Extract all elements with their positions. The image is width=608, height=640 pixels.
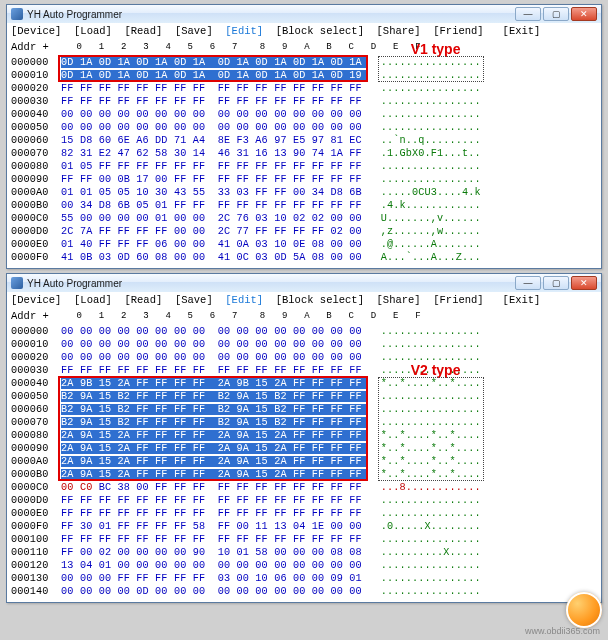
hex-row[interactable]: 000050 00 00 00 00 00 00 00 00 00 00 00 … <box>11 121 597 134</box>
menu-read[interactable]: [Read] <box>124 294 162 306</box>
hex-row[interactable]: 0000D0 FF FF FF FF FF FF FF FF FF FF FF … <box>11 494 597 507</box>
hex-row[interactable]: 000000 0D 1A 0D 1A 0D 1A 0D 1A 0D 1A 0D … <box>11 56 597 69</box>
hex-bytes[interactable]: B2 9A 15 B2 FF FF FF FF B2 9A 15 B2 FF F… <box>61 404 368 415</box>
hex-bytes[interactable]: FF 00 02 00 00 00 00 90 10 01 58 00 00 0… <box>61 547 368 558</box>
hex-row[interactable]: 000140 00 00 00 00 0D 00 00 00 00 00 00 … <box>11 585 597 598</box>
menu-share[interactable]: [Share] <box>377 25 421 37</box>
hex-row[interactable]: 0000D0 2C 7A FF FF FF FF 00 00 2C 77 FF … <box>11 225 597 238</box>
hex-bytes[interactable]: 2A 9A 15 2A FF FF FF FF 2A 9A 15 2A FF F… <box>61 430 368 441</box>
minimize-button[interactable]: — <box>515 276 541 290</box>
hex-bytes[interactable]: 00 34 D8 6B 05 01 FF FF FF FF FF FF FF F… <box>61 200 368 211</box>
hex-row[interactable]: 000070 B2 9A 15 B2 FF FF FF FF B2 9A 15 … <box>11 416 597 429</box>
close-button[interactable]: ✕ <box>571 7 597 21</box>
hex-row[interactable]: 000040 2A 9B 15 2A FF FF FF FF 2A 9B 15 … <box>11 377 597 390</box>
hex-bytes[interactable]: 01 05 FF FF FF FF FF FF FF FF FF FF FF F… <box>61 161 368 172</box>
hex-row[interactable]: 000090 FF FF 00 0B 17 00 FF FF FF FF FF … <box>11 173 597 186</box>
menu-load[interactable]: [Load] <box>74 25 112 37</box>
hex-row[interactable]: 000040 00 00 00 00 00 00 00 00 00 00 00 … <box>11 108 597 121</box>
hex-row[interactable]: 000100 FF FF FF FF FF FF FF FF FF FF FF … <box>11 533 597 546</box>
hex-bytes[interactable]: 00 00 00 00 00 00 00 00 00 00 00 00 00 0… <box>61 326 368 337</box>
hex-row[interactable]: 0000C0 00 C0 BC 38 00 FF FF FF FF FF FF … <box>11 481 597 494</box>
titlebar[interactable]: YH Auto Programmer — ▢ ✕ <box>7 274 601 292</box>
hex-row[interactable]: 000070 82 31 E2 47 62 58 30 14 46 31 16 … <box>11 147 597 160</box>
hex-bytes[interactable]: 00 00 00 00 0D 00 00 00 00 00 00 00 00 0… <box>61 586 368 597</box>
menu-friend[interactable]: [Friend] <box>433 294 483 306</box>
maximize-button[interactable]: ▢ <box>543 276 569 290</box>
titlebar[interactable]: YH Auto Programmer — ▢ ✕ <box>7 5 601 23</box>
hex-bytes[interactable]: 41 0B 03 0D 60 08 00 00 41 0C 03 0D 5A 0… <box>61 252 368 263</box>
hex-bytes[interactable]: 2C 7A FF FF FF FF 00 00 2C 77 FF FF FF F… <box>61 226 368 237</box>
hex-row[interactable]: 0000B0 2A 9A 15 2A FF FF FF FF 2A 9A 15 … <box>11 468 597 481</box>
menu-device[interactable]: [Device] <box>11 25 61 37</box>
hex-bytes[interactable]: FF FF FF FF FF FF FF FF FF FF FF FF FF F… <box>61 495 368 506</box>
menu-friend[interactable]: [Friend] <box>433 25 483 37</box>
hex-row[interactable]: 0000A0 2A 9A 15 2A FF FF FF FF 2A 9A 15 … <box>11 455 597 468</box>
menu-read[interactable]: [Read] <box>124 25 162 37</box>
menu-save[interactable]: [Save] <box>175 25 213 37</box>
menu-device[interactable]: [Device] <box>11 294 61 306</box>
hex-row[interactable]: 000120 13 04 01 00 00 00 00 00 00 00 00 … <box>11 559 597 572</box>
hex-bytes[interactable]: 00 00 00 00 00 00 00 00 00 00 00 00 00 0… <box>61 122 368 133</box>
hex-bytes[interactable]: 01 01 05 05 10 30 43 55 33 03 FF FF 00 3… <box>61 187 368 198</box>
hex-content-bottom[interactable]: V2 type Addr + 0 1 2 3 4 5 6 7 8 9 A B C… <box>7 308 601 602</box>
maximize-button[interactable]: ▢ <box>543 7 569 21</box>
hex-content-top[interactable]: V1 type Addr + 0 1 2 3 4 5 6 7 8 9 A B C… <box>7 39 601 268</box>
hex-row[interactable]: 000050 B2 9A 15 B2 FF FF FF FF B2 9A 15 … <box>11 390 597 403</box>
minimize-button[interactable]: — <box>515 7 541 21</box>
menu-load[interactable]: [Load] <box>74 294 112 306</box>
hex-bytes[interactable]: 82 31 E2 47 62 58 30 14 46 31 16 13 90 7… <box>61 148 368 159</box>
hex-row[interactable]: 000010 0D 1A 0D 1A 0D 1A 0D 1A 0D 1A 0D … <box>11 69 597 82</box>
hex-bytes[interactable]: 2A 9B 15 2A FF FF FF FF 2A 9B 15 2A FF F… <box>61 378 368 389</box>
hex-row[interactable]: 0000B0 00 34 D8 6B 05 01 FF FF FF FF FF … <box>11 199 597 212</box>
menu-share[interactable]: [Share] <box>377 294 421 306</box>
hex-bytes[interactable]: 00 C0 BC 38 00 FF FF FF FF FF FF FF FF F… <box>61 482 368 493</box>
hex-bytes[interactable]: 2A 9A 15 2A FF FF FF FF 2A 9A 15 2A FF F… <box>61 443 368 454</box>
hex-bytes[interactable]: 00 00 00 00 00 00 00 00 00 00 00 00 00 0… <box>61 352 368 363</box>
hex-bytes[interactable]: 0D 1A 0D 1A 0D 1A 0D 1A 0D 1A 0D 1A 0D 1… <box>61 57 368 68</box>
hex-row[interactable]: 000080 2A 9A 15 2A FF FF FF FF 2A 9A 15 … <box>11 429 597 442</box>
hex-row[interactable]: 000080 01 05 FF FF FF FF FF FF FF FF FF … <box>11 160 597 173</box>
hex-bytes[interactable]: FF FF FF FF FF FF FF FF FF FF FF FF FF F… <box>61 83 368 94</box>
hex-bytes[interactable]: 2A 9A 15 2A FF FF FF FF 2A 9A 15 2A FF F… <box>61 456 368 467</box>
hex-row[interactable]: 0000F0 FF 30 01 FF FF FF FF 58 FF 00 11 … <box>11 520 597 533</box>
hex-row[interactable]: 000110 FF 00 02 00 00 00 00 90 10 01 58 … <box>11 546 597 559</box>
menu-save[interactable]: [Save] <box>175 294 213 306</box>
hex-row[interactable]: 0000E0 01 40 FF FF FF 06 00 00 41 0A 03 … <box>11 238 597 251</box>
hex-row[interactable]: 000030 FF FF FF FF FF FF FF FF FF FF FF … <box>11 95 597 108</box>
menu-block-select[interactable]: [Block select] <box>276 25 364 37</box>
hex-bytes[interactable]: 00 00 00 00 00 00 00 00 00 00 00 00 00 0… <box>61 339 368 350</box>
hex-row[interactable]: 000010 00 00 00 00 00 00 00 00 00 00 00 … <box>11 338 597 351</box>
close-button[interactable]: ✕ <box>571 276 597 290</box>
hex-bytes[interactable]: FF FF FF FF FF FF FF FF FF FF FF FF FF F… <box>61 534 368 545</box>
hex-row[interactable]: 000060 15 D8 60 6E A6 DD 71 A4 8E F3 A6 … <box>11 134 597 147</box>
hex-row[interactable]: 000000 00 00 00 00 00 00 00 00 00 00 00 … <box>11 325 597 338</box>
hex-bytes[interactable]: FF 30 01 FF FF FF FF 58 FF 00 11 13 04 1… <box>61 521 368 532</box>
menu-block-select[interactable]: [Block select] <box>276 294 364 306</box>
hex-bytes[interactable]: 0D 1A 0D 1A 0D 1A 0D 1A 0D 1A 0D 1A 0D 1… <box>61 70 368 81</box>
hex-bytes[interactable]: B2 9A 15 B2 FF FF FF FF B2 9A 15 B2 FF F… <box>61 391 368 402</box>
hex-row[interactable]: 0000E0 FF FF FF FF FF FF FF FF FF FF FF … <box>11 507 597 520</box>
hex-row[interactable]: 000060 B2 9A 15 B2 FF FF FF FF B2 9A 15 … <box>11 403 597 416</box>
hex-row[interactable]: 000020 00 00 00 00 00 00 00 00 00 00 00 … <box>11 351 597 364</box>
hex-bytes[interactable]: 00 00 00 FF FF FF FF FF 03 00 10 06 00 0… <box>61 573 368 584</box>
hex-bytes[interactable]: 13 04 01 00 00 00 00 00 00 00 00 00 00 0… <box>61 560 368 571</box>
menu-exit[interactable]: [Exit] <box>503 294 541 306</box>
hex-row[interactable]: 0000A0 01 01 05 05 10 30 43 55 33 03 FF … <box>11 186 597 199</box>
hex-bytes[interactable]: B2 9A 15 B2 FF FF FF FF B2 9A 15 B2 FF F… <box>61 417 368 428</box>
hex-bytes[interactable]: 15 D8 60 6E A6 DD 71 A4 8E F3 A6 97 E5 9… <box>61 135 368 146</box>
hex-row[interactable]: 000130 00 00 00 FF FF FF FF FF 03 00 10 … <box>11 572 597 585</box>
hex-row[interactable]: 000030 FF FF FF FF FF FF FF FF FF FF FF … <box>11 364 597 377</box>
menu-edit[interactable]: [Edit] <box>225 294 263 306</box>
hex-bytes[interactable]: 55 00 00 00 00 01 00 00 2C 76 03 10 02 0… <box>61 213 368 224</box>
hex-bytes[interactable]: 2A 9A 15 2A FF FF FF FF 2A 9A 15 2A FF F… <box>61 469 368 480</box>
hex-bytes[interactable]: 00 00 00 00 00 00 00 00 00 00 00 00 00 0… <box>61 109 368 120</box>
hex-row[interactable]: 000020 FF FF FF FF FF FF FF FF FF FF FF … <box>11 82 597 95</box>
hex-bytes[interactable]: FF FF FF FF FF FF FF FF FF FF FF FF FF F… <box>61 96 368 107</box>
hex-row[interactable]: 0000C0 55 00 00 00 00 01 00 00 2C 76 03 … <box>11 212 597 225</box>
hex-bytes[interactable]: FF FF FF FF FF FF FF FF FF FF FF FF FF F… <box>61 508 368 519</box>
hex-bytes[interactable]: FF FF FF FF FF FF FF FF FF FF FF FF FF F… <box>61 365 368 376</box>
menu-exit[interactable]: [Exit] <box>503 25 541 37</box>
hex-bytes[interactable]: FF FF 00 0B 17 00 FF FF FF FF FF FF FF F… <box>61 174 368 185</box>
hex-bytes[interactable]: 01 40 FF FF FF 06 00 00 41 0A 03 10 0E 0… <box>61 239 368 250</box>
menu-edit[interactable]: [Edit] <box>225 25 263 37</box>
